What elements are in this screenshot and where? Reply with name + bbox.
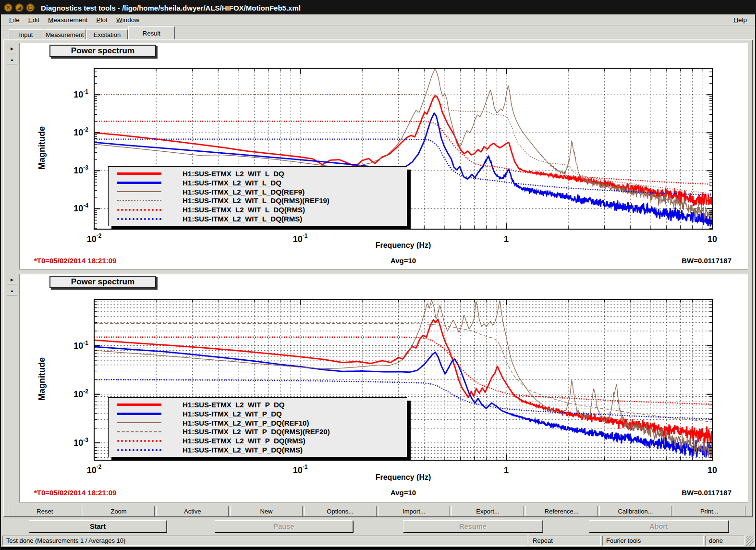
legend-label: H1:SUS-ITMX_L2_WIT_P_DQ(REF10)	[183, 419, 309, 427]
active-button[interactable]: Active	[156, 506, 229, 517]
plot2-chart-area[interactable]: 10-110-210-310-210-1110	[20, 274, 748, 502]
legend-line-sample	[117, 172, 161, 175]
legend-line-sample	[117, 403, 161, 406]
status-state: done	[705, 536, 744, 546]
plot2-title: Power spectrum	[49, 276, 156, 288]
menu-item-file[interactable]: File	[5, 15, 24, 24]
close-icon[interactable]: ✕	[4, 3, 12, 12]
plot1-bw-label: BW=0.0117187	[682, 257, 732, 265]
title-bar: ✕ ◢ ▢ Diagnostics test tools - /ligo/hom…	[1, 1, 755, 14]
legend-line-sample	[117, 209, 161, 211]
plot2-avg-label: Avg=10	[94, 489, 712, 497]
legend-row: H1:SUS-ETMX_L2_WIT_P_DQ	[109, 401, 407, 409]
legend-row: H1:SUS-ITMX_L2_WIT_L_DQ(REF9)	[109, 188, 407, 196]
svg-text:10-3: 10-3	[73, 437, 88, 448]
plot1-canvas: 10-110-210-310-410-210-1110 Power spectr…	[19, 43, 748, 269]
menu-item-plot[interactable]: Plot	[92, 15, 112, 24]
status-bar: Test done (Measurements 1 / Averages 10)…	[1, 535, 755, 547]
resume-button[interactable]: Resume	[403, 520, 543, 532]
plot1-y-axis-label: Magnitude	[37, 126, 47, 170]
legend-row: H1:SUS-ETMX_L2_WIT_L_DQ	[109, 170, 407, 178]
import-button[interactable]: Import...	[378, 506, 451, 517]
legend-row: H1:SUS-ITMX_L2_WIT_L_DQ	[109, 179, 407, 187]
legend-line-sample	[117, 449, 161, 451]
legend-label: H1:SUS-ITMX_L2_WIT_L_DQ	[183, 179, 281, 187]
pan-right-icon[interactable]: ▶	[7, 44, 17, 53]
reference-button[interactable]: Reference...	[525, 506, 598, 517]
status-message: Test done (Measurements 1 / Averages 10)	[2, 536, 527, 546]
start-button[interactable]: Start	[29, 520, 167, 532]
plot1-legend: H1:SUS-ETMX_L2_WIT_L_DQH1:SUS-ITMX_L2_WI…	[108, 166, 407, 226]
plot1-x-axis-label: Frequency (Hz)	[94, 241, 712, 250]
legend-label: H1:SUS-ITMX_L2_WIT_L_DQ(RMS)(REF19)	[183, 196, 329, 205]
pan-right-icon[interactable]: ▶	[7, 275, 17, 284]
plot-gap	[5, 269, 749, 274]
pan-up-icon[interactable]: ▲	[7, 55, 17, 64]
legend-label: H1:SUS-ITMX_L2_WIT_P_DQ(RMS)(REF20)	[183, 428, 330, 436]
svg-text:10-1: 10-1	[73, 88, 88, 99]
tab-input[interactable]: Input	[9, 29, 43, 39]
tab-result[interactable]: Result	[128, 26, 175, 39]
svg-text:10-3: 10-3	[73, 164, 88, 175]
svg-text:10-2: 10-2	[73, 126, 88, 137]
legend-row: H1:SUS-ITMX_L2_WIT_P_DQ(REF10)	[109, 419, 407, 427]
zoom-button[interactable]: Zoom	[83, 506, 155, 517]
legend-row: H1:SUS-ETMX_L2_WIT_P_DQ(RMS)	[109, 437, 407, 445]
shade-icon[interactable]: ◢	[15, 3, 24, 12]
legend-row: H1:SUS-ETMX_L2_WIT_L_DQ(RMS)	[109, 206, 407, 214]
pause-button[interactable]: Pause	[215, 520, 353, 532]
tab-bar: Input Measurement Excitation Result	[1, 26, 755, 39]
resize-grip[interactable]	[746, 536, 754, 546]
legend-label: H1:SUS-ITMX_L2_WIT_P_DQ(RMS)	[183, 446, 303, 454]
options-button[interactable]: Options...	[304, 506, 377, 517]
menu-item-window[interactable]: Window	[112, 15, 144, 24]
maximize-icon[interactable]: ▢	[26, 3, 35, 12]
legend-label: H1:SUS-ITMX_L2_WIT_L_DQ(RMS)	[183, 215, 302, 223]
abort-button[interactable]: Abort	[589, 520, 729, 532]
plot1-gutter: ▶ ▲	[5, 43, 19, 269]
legend-row: H1:SUS-ITMX_L2_WIT_P_DQ(RMS)	[109, 446, 407, 454]
legend-line-sample	[117, 182, 161, 184]
plot2-x-axis-label: Frequency (Hz)	[94, 473, 712, 482]
calibration-button[interactable]: Calibration...	[599, 506, 672, 517]
menu-item-help[interactable]: Help	[729, 15, 751, 24]
plot2-y-axis-label: Magnitude	[37, 357, 47, 401]
pan-up-icon[interactable]: ▲	[7, 286, 17, 295]
svg-text:10-4: 10-4	[73, 202, 88, 213]
plot-toolbar: Reset Zoom Active New Options... Import.…	[5, 506, 749, 517]
new-button[interactable]: New	[230, 506, 303, 517]
legend-row: H1:SUS-ITMX_L2_WIT_L_DQ(RMS)	[109, 215, 407, 223]
legend-line-sample	[117, 413, 161, 415]
plot-section-1: ▶ ▲ 10-110-210-310-410-210-1110 Power sp…	[5, 43, 749, 269]
menu-item-edit[interactable]: Edit	[24, 15, 44, 24]
legend-row: H1:SUS-ITMX_L2_WIT_P_DQ(RMS)(REF20)	[109, 428, 407, 436]
tab-excitation[interactable]: Excitation	[86, 29, 128, 39]
window-bottom-edge	[1, 547, 755, 549]
run-controls: Start Pause Resume Abort	[1, 517, 755, 535]
plot-section-2: ▶ ▲ 10-110-210-310-210-1110 Power spectr…	[5, 274, 749, 502]
plot2-gutter: ▶ ▲	[5, 274, 19, 502]
plot2-canvas: 10-110-210-310-210-1110 Power spectrum M…	[19, 274, 748, 502]
plot1-chart-area[interactable]: 10-110-210-310-410-210-1110	[20, 43, 748, 269]
legend-line-sample	[117, 422, 161, 423]
tab-measurement[interactable]: Measurement	[44, 29, 86, 39]
legend-row: H1:SUS-ITMX_L2_WIT_L_DQ(RMS)(REF19)	[109, 196, 407, 205]
plot1-avg-label: Avg=10	[94, 257, 712, 265]
legend-label: H1:SUS-ITMX_L2_WIT_L_DQ(REF9)	[183, 188, 305, 196]
print-button[interactable]: Print...	[673, 506, 745, 517]
svg-text:10-2: 10-2	[73, 388, 88, 399]
legend-line-sample	[117, 200, 161, 201]
plot1-footer: *T0=05/02/2014 18:21:09 Avg=10 BW=0.0117…	[20, 257, 748, 266]
result-panel: ▶ ▲ 10-110-210-310-410-210-1110 Power sp…	[3, 39, 753, 517]
plot2-footer: *T0=05/02/2014 18:21:09 Avg=10 BW=0.0117…	[20, 489, 748, 498]
menu-bar: File Edit Measurement Plot Window Help	[1, 14, 755, 26]
window-title: Diagnostics test tools - /ligo/home/shei…	[41, 4, 301, 12]
legend-row: H1:SUS-ITMX_L2_WIT_P_DQ	[109, 410, 407, 418]
legend-line-sample	[117, 191, 161, 192]
legend-line-sample	[117, 440, 161, 442]
menu-item-measurement[interactable]: Measurement	[44, 15, 92, 24]
app-window: ✕ ◢ ▢ Diagnostics test tools - /ligo/hom…	[0, 0, 756, 550]
svg-text:10-1: 10-1	[73, 340, 88, 351]
export-button[interactable]: Export...	[451, 506, 524, 517]
reset-button[interactable]: Reset	[9, 506, 81, 517]
